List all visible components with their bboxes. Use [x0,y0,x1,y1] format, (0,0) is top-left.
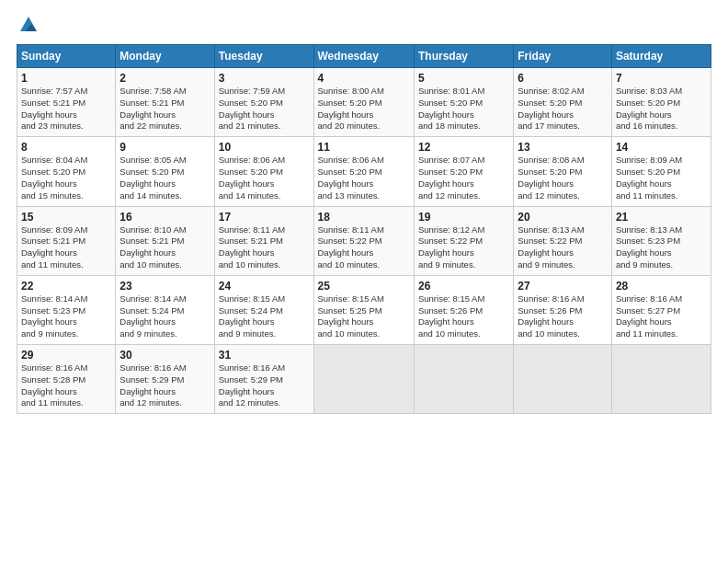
day-info: Sunrise: 8:02 AMSunset: 5:20 PMDaylight … [518,86,584,131]
day-info: Sunrise: 8:04 AMSunset: 5:20 PMDaylight … [21,155,87,200]
day-info: Sunrise: 8:16 AMSunset: 5:29 PMDaylight … [119,362,186,408]
day-number: 29 [21,349,111,362]
day-number: 16 [119,211,210,224]
calendar-cell: 3Sunrise: 7:59 AMSunset: 5:20 PMDaylight… [214,68,313,137]
day-number: 15 [21,211,111,224]
day-number: 19 [418,211,509,224]
day-number: 23 [119,280,210,293]
day-info: Sunrise: 8:01 AMSunset: 5:20 PMDaylight … [418,86,484,131]
day-number: 28 [616,280,707,293]
calendar-header-wednesday: Wednesday [313,45,414,68]
calendar-cell: 28Sunrise: 8:16 AMSunset: 5:27 PMDayligh… [611,275,711,344]
day-info: Sunrise: 8:00 AMSunset: 5:20 PMDaylight … [318,86,384,131]
day-number: 17 [219,211,310,224]
calendar-week-row: 1Sunrise: 7:57 AMSunset: 5:21 PMDaylight… [17,68,711,137]
day-number: 4 [318,72,410,85]
calendar-cell: 9Sunrise: 8:05 AMSunset: 5:20 PMDaylight… [116,137,214,206]
day-number: 3 [219,72,310,85]
calendar-cell [313,345,414,414]
day-info: Sunrise: 8:15 AMSunset: 5:25 PMDaylight … [318,293,384,339]
calendar-week-row: 29Sunrise: 8:16 AMSunset: 5:28 PMDayligh… [17,345,711,414]
day-info: Sunrise: 8:11 AMSunset: 5:21 PMDaylight … [219,224,285,270]
logo [17,15,39,35]
day-info: Sunrise: 7:59 AMSunset: 5:20 PMDaylight … [219,86,285,131]
calendar-cell: 2Sunrise: 7:58 AMSunset: 5:21 PMDaylight… [116,68,214,137]
calendar-cell: 8Sunrise: 8:04 AMSunset: 5:20 PMDaylight… [17,137,116,206]
day-info: Sunrise: 8:16 AMSunset: 5:26 PMDaylight … [518,293,584,339]
header [17,15,711,35]
day-info: Sunrise: 8:16 AMSunset: 5:27 PMDaylight … [616,293,682,339]
calendar-cell: 25Sunrise: 8:15 AMSunset: 5:25 PMDayligh… [313,275,414,344]
day-info: Sunrise: 8:07 AMSunset: 5:20 PMDaylight … [418,155,484,200]
day-number: 20 [518,211,608,224]
calendar-cell: 7Sunrise: 8:03 AMSunset: 5:20 PMDaylight… [611,68,711,137]
day-info: Sunrise: 8:05 AMSunset: 5:20 PMDaylight … [119,155,186,200]
day-number: 25 [318,280,410,293]
day-info: Sunrise: 8:15 AMSunset: 5:26 PMDaylight … [418,293,484,339]
calendar-header-friday: Friday [514,45,612,68]
calendar-cell: 12Sunrise: 8:07 AMSunset: 5:20 PMDayligh… [414,137,513,206]
calendar-week-row: 22Sunrise: 8:14 AMSunset: 5:23 PMDayligh… [17,275,711,344]
calendar-cell: 23Sunrise: 8:14 AMSunset: 5:24 PMDayligh… [116,275,214,344]
day-info: Sunrise: 8:14 AMSunset: 5:23 PMDaylight … [21,293,87,339]
calendar-cell: 1Sunrise: 7:57 AMSunset: 5:21 PMDaylight… [17,68,116,137]
day-number: 11 [318,141,410,154]
calendar-cell: 22Sunrise: 8:14 AMSunset: 5:23 PMDayligh… [17,275,116,344]
day-number: 24 [219,280,310,293]
day-number: 26 [418,280,509,293]
day-number: 27 [518,280,608,293]
page: SundayMondayTuesdayWednesdayThursdayFrid… [0,0,728,563]
calendar-week-row: 8Sunrise: 8:04 AMSunset: 5:20 PMDaylight… [17,137,711,206]
calendar-cell: 30Sunrise: 8:16 AMSunset: 5:29 PMDayligh… [116,345,214,414]
calendar-cell: 14Sunrise: 8:09 AMSunset: 5:20 PMDayligh… [611,137,711,206]
calendar-cell: 24Sunrise: 8:15 AMSunset: 5:24 PMDayligh… [214,275,313,344]
day-info: Sunrise: 8:16 AMSunset: 5:28 PMDaylight … [21,362,87,408]
day-number: 31 [219,349,310,362]
day-info: Sunrise: 8:11 AMSunset: 5:22 PMDaylight … [318,224,384,270]
day-info: Sunrise: 8:06 AMSunset: 5:20 PMDaylight … [219,155,285,200]
day-info: Sunrise: 8:12 AMSunset: 5:22 PMDaylight … [418,224,484,270]
calendar-cell: 16Sunrise: 8:10 AMSunset: 5:21 PMDayligh… [116,206,214,275]
day-number: 9 [119,141,210,154]
calendar-cell: 13Sunrise: 8:08 AMSunset: 5:20 PMDayligh… [514,137,612,206]
calendar-cell: 26Sunrise: 8:15 AMSunset: 5:26 PMDayligh… [414,275,513,344]
day-info: Sunrise: 8:10 AMSunset: 5:21 PMDaylight … [119,224,186,270]
day-number: 13 [518,141,608,154]
day-info: Sunrise: 7:58 AMSunset: 5:21 PMDaylight … [119,86,186,131]
day-number: 6 [518,72,608,85]
calendar-cell: 4Sunrise: 8:00 AMSunset: 5:20 PMDaylight… [313,68,414,137]
calendar-cell [514,345,612,414]
calendar-header-row: SundayMondayTuesdayWednesdayThursdayFrid… [17,45,711,68]
calendar-table: SundayMondayTuesdayWednesdayThursdayFrid… [17,44,711,414]
day-number: 2 [119,72,210,85]
calendar-header-tuesday: Tuesday [214,45,313,68]
day-number: 5 [418,72,509,85]
calendar-header-thursday: Thursday [414,45,513,68]
day-info: Sunrise: 8:16 AMSunset: 5:29 PMDaylight … [219,362,285,408]
calendar-week-row: 15Sunrise: 8:09 AMSunset: 5:21 PMDayligh… [17,206,711,275]
day-number: 18 [318,211,410,224]
calendar-cell [611,345,711,414]
calendar-cell: 19Sunrise: 8:12 AMSunset: 5:22 PMDayligh… [414,206,513,275]
day-info: Sunrise: 7:57 AMSunset: 5:21 PMDaylight … [21,86,87,131]
day-number: 1 [21,72,111,85]
calendar-cell: 31Sunrise: 8:16 AMSunset: 5:29 PMDayligh… [214,345,313,414]
day-info: Sunrise: 8:03 AMSunset: 5:20 PMDaylight … [616,86,682,131]
day-number: 7 [616,72,707,85]
day-number: 8 [21,141,111,154]
calendar-cell: 15Sunrise: 8:09 AMSunset: 5:21 PMDayligh… [17,206,116,275]
calendar-cell: 18Sunrise: 8:11 AMSunset: 5:22 PMDayligh… [313,206,414,275]
calendar-cell: 21Sunrise: 8:13 AMSunset: 5:23 PMDayligh… [611,206,711,275]
calendar-cell: 5Sunrise: 8:01 AMSunset: 5:20 PMDaylight… [414,68,513,137]
calendar-cell: 11Sunrise: 8:06 AMSunset: 5:20 PMDayligh… [313,137,414,206]
calendar-cell: 27Sunrise: 8:16 AMSunset: 5:26 PMDayligh… [514,275,612,344]
day-info: Sunrise: 8:13 AMSunset: 5:22 PMDaylight … [518,224,584,270]
calendar-cell [414,345,513,414]
logo-icon [18,15,39,35]
day-info: Sunrise: 8:15 AMSunset: 5:24 PMDaylight … [219,293,285,339]
day-number: 10 [219,141,310,154]
calendar-cell: 10Sunrise: 8:06 AMSunset: 5:20 PMDayligh… [214,137,313,206]
calendar-header-saturday: Saturday [611,45,711,68]
calendar-cell: 6Sunrise: 8:02 AMSunset: 5:20 PMDaylight… [514,68,612,137]
day-info: Sunrise: 8:06 AMSunset: 5:20 PMDaylight … [318,155,384,200]
